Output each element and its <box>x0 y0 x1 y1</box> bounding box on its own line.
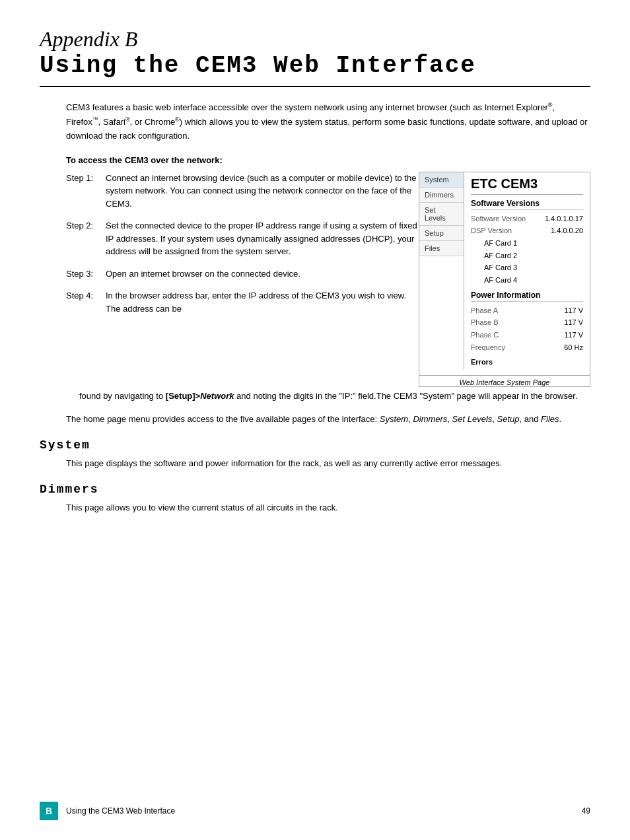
wi-phase-b-row: Phase B 117 V <box>471 316 583 329</box>
footer-page: 49 <box>582 806 590 816</box>
wi-phase-c-value: 117 V <box>564 329 583 341</box>
wi-frequency-value: 60 Hz <box>564 341 583 354</box>
wi-dsp-version-label: DSP Version <box>471 225 512 237</box>
wi-card-3: AF Card 3 <box>484 262 583 274</box>
wi-dsp-version-value: 1.4.0.0.20 <box>551 225 583 237</box>
wi-nav-system[interactable]: System <box>419 172 464 188</box>
dimmers-subsection: Dimmers This page allows you to view the… <box>40 483 590 515</box>
step-3-label: Step 3: <box>66 267 99 281</box>
step-4: Step 4: In the browser address bar, ente… <box>66 289 419 315</box>
step-4-continuation: found by navigating to [Setup]>Network a… <box>79 390 590 403</box>
step-3: Step 3: Open an internet browser on the … <box>66 267 419 281</box>
page: Appendix B Using the CEM3 Web Interface … <box>0 0 630 840</box>
two-column-layout: Step 1: Connect an internet browsing dev… <box>40 172 590 387</box>
wi-phase-c-row: Phase C 117 V <box>471 329 583 341</box>
dimmers-heading: Dimmers <box>40 483 590 496</box>
access-heading: To access the CEM3 over the network: <box>40 155 590 165</box>
step-4-label: Step 4: <box>66 289 99 315</box>
wi-phase-b-label: Phase B <box>471 316 499 329</box>
step-1-content: Connect an internet browsing device (suc… <box>106 172 419 211</box>
step-4-content: In the browser address bar, enter the IP… <box>106 289 419 315</box>
wi-phase-b-value: 117 V <box>564 316 583 329</box>
post-steps-paragraph: The home page menu provides access to th… <box>40 413 590 427</box>
wi-caption: Web Interface System Page <box>419 375 590 386</box>
wi-nav-dimmers[interactable]: Dimmers <box>419 188 464 203</box>
wi-nav-files[interactable]: Files <box>419 241 464 256</box>
step-3-content: Open an internet browser on the connecte… <box>106 267 419 281</box>
wi-frequency-label: Frequency <box>471 341 505 354</box>
wi-dsp-version-row: DSP Version 1.4.0.0.20 <box>471 225 583 237</box>
steps-column: Step 1: Connect an internet browsing dev… <box>66 172 419 387</box>
wi-title: ETC CEM3 <box>471 176 583 195</box>
system-heading: System <box>40 438 590 452</box>
wi-nav: System Dimmers Set Levels Setup Files <box>419 172 464 370</box>
step-1-label: Step 1: <box>66 172 99 211</box>
wi-card-1: AF Card 1 <box>484 237 583 250</box>
dimmers-body: This page allows you to view the current… <box>40 501 590 515</box>
wi-errors: Errors <box>471 358 583 366</box>
step-2: Step 2: Set the connected device to the … <box>66 219 419 258</box>
step-1: Step 1: Connect an internet browsing dev… <box>66 172 419 211</box>
web-interface-box: System Dimmers Set Levels Setup Files ET… <box>419 172 590 387</box>
wi-frequency-row: Frequency 60 Hz <box>471 341 583 354</box>
wi-software-version-row: Software Version 1.4.0.1.0.17 <box>471 213 583 225</box>
step-2-content: Set the connected device to the proper I… <box>106 219 419 258</box>
title-block: Appendix B Using the CEM3 Web Interface <box>40 26 590 87</box>
footer-label: Using the CEM3 Web Interface <box>66 806 582 816</box>
wi-phase-a-value: 117 V <box>564 304 583 317</box>
wi-content: ETC CEM3 Software Versions Software Vers… <box>464 172 590 370</box>
step-2-label: Step 2: <box>66 219 99 258</box>
wi-nav-setlevels[interactable]: Set Levels <box>419 203 464 226</box>
wi-nav-setup[interactable]: Setup <box>419 226 464 241</box>
wi-card-list: AF Card 1 AF Card 2 AF Card 3 AF Card 4 <box>471 237 583 287</box>
intro-paragraph: CEM3 features a basic web interface acce… <box>40 100 590 143</box>
wi-card-2: AF Card 2 <box>484 250 583 262</box>
appendix-label: Appendix B <box>40 26 590 52</box>
wi-software-heading: Software Versions <box>471 199 583 210</box>
wi-card-4: AF Card 4 <box>484 274 583 287</box>
wi-software-version-label: Software Version <box>471 213 526 225</box>
wi-phase-c-label: Phase C <box>471 329 499 341</box>
wi-power-section: Power Information Phase A 117 V Phase B … <box>471 291 583 354</box>
wi-phase-a-row: Phase A 117 V <box>471 304 583 317</box>
wi-software-version-value: 1.4.0.1.0.17 <box>545 213 583 225</box>
system-body: This page displays the software and powe… <box>40 457 590 471</box>
wi-phase-a-label: Phase A <box>471 304 498 317</box>
footer-badge: B <box>40 802 58 820</box>
system-subsection: System This page displays the software a… <box>40 438 590 471</box>
footer: B Using the CEM3 Web Interface 49 <box>0 802 630 820</box>
wi-container: System Dimmers Set Levels Setup Files ET… <box>419 172 590 370</box>
wi-power-heading: Power Information <box>471 291 583 302</box>
chapter-title: Using the CEM3 Web Interface <box>40 52 590 80</box>
title-rule <box>40 86 590 87</box>
